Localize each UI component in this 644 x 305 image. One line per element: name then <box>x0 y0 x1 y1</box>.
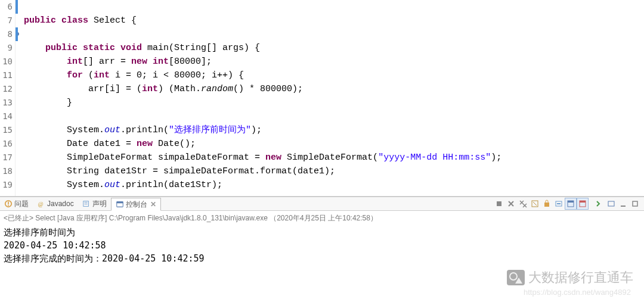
watermark-text: 大数据修行直通车 <box>528 269 633 287</box>
line-number: 12 <box>0 82 13 96</box>
terminate-button[interactable] <box>494 198 504 209</box>
declaration-icon <box>82 200 91 208</box>
remove-launch-button[interactable] <box>506 198 516 209</box>
problems-icon <box>4 200 13 208</box>
line-number: 14 <box>0 110 13 123</box>
svg-rect-6 <box>84 204 87 204</box>
tab-label: 控制台 <box>126 200 147 210</box>
line-number: 19 <box>0 178 13 192</box>
show-console-on-out-button[interactable] <box>565 198 576 209</box>
tab-javadoc[interactable]: @ Javadoc <box>33 197 78 210</box>
line-number: 6 <box>0 0 13 14</box>
console-toolbar <box>494 198 644 209</box>
code-editor[interactable]: 6 7 8 9 10 11 12 13 14 15 16 17 18 19 pu… <box>0 0 644 197</box>
line-number: 10 <box>0 55 13 69</box>
line-number: 16 <box>0 137 13 151</box>
bottom-tabs-bar: 问题 @ Javadoc 声明 控制台 ✕ <box>0 197 644 211</box>
console-line: 选择排序完成的时间为：2020-04-25 10:42:59 <box>4 252 640 265</box>
svg-rect-5 <box>84 202 87 203</box>
console-output: 选择排序前时间为 2020-04-25 10:42:58 选择排序完成的时间为：… <box>4 226 640 265</box>
line-number: 9 <box>0 41 13 55</box>
line-number: 7 <box>0 14 13 27</box>
console-line: 选择排序前时间为 <box>4 226 640 239</box>
line-number-gutter: 6 7 8 9 10 11 12 13 14 15 16 17 18 19 <box>0 0 16 196</box>
close-icon[interactable]: ✕ <box>150 200 156 208</box>
svg-rect-2 <box>8 205 9 206</box>
svg-rect-1 <box>8 202 9 204</box>
svg-rect-13 <box>557 203 561 204</box>
minimize-button[interactable] <box>618 198 628 209</box>
show-console-on-err-button[interactable] <box>577 198 588 209</box>
display-selected-button[interactable] <box>606 198 617 209</box>
console-status: <已终止> Select [Java 应用程序] C:\Program File… <box>4 213 640 223</box>
watermark: 大数据修行直通车 https://blog.csdn.net/wang4892 <box>507 269 633 297</box>
svg-rect-8 <box>116 202 123 204</box>
pin-button[interactable] <box>553 198 564 209</box>
open-console-button[interactable] <box>594 198 605 209</box>
svg-rect-18 <box>608 201 614 206</box>
tab-console[interactable]: 控制台 ✕ <box>111 198 161 211</box>
tab-label: Javadoc <box>47 200 74 208</box>
console-line: 2020-04-25 10:42:58 <box>4 239 640 252</box>
line-number: 15 <box>0 123 13 137</box>
line-number: 17 <box>0 151 13 164</box>
line-number: 8 <box>0 27 13 41</box>
svg-rect-15 <box>568 201 574 203</box>
remove-all-button[interactable] <box>518 198 528 209</box>
clear-button[interactable] <box>530 198 540 209</box>
scroll-lock-button[interactable] <box>541 198 552 209</box>
tab-label: 声明 <box>92 199 107 209</box>
console-icon <box>116 200 124 208</box>
javadoc-icon: @ <box>37 200 45 208</box>
code-area[interactable]: public class Select { public static void… <box>16 0 644 196</box>
line-number: 18 <box>0 164 13 178</box>
console-pane[interactable]: <已终止> Select [Java 应用程序] C:\Program File… <box>0 211 644 267</box>
tab-declaration[interactable]: 声明 <box>78 197 111 210</box>
watermark-url: https://blog.csdn.net/wang4892 <box>524 288 631 297</box>
line-number: 11 <box>0 69 13 82</box>
line-number: 13 <box>0 96 13 110</box>
watermark-icon <box>507 270 525 285</box>
svg-text:@: @ <box>38 201 44 207</box>
change-bar <box>16 0 18 196</box>
maximize-button[interactable] <box>630 198 640 209</box>
svg-rect-19 <box>621 206 626 207</box>
svg-rect-9 <box>497 201 501 206</box>
svg-rect-20 <box>633 201 637 206</box>
svg-rect-17 <box>580 201 586 203</box>
svg-rect-11 <box>544 203 549 207</box>
